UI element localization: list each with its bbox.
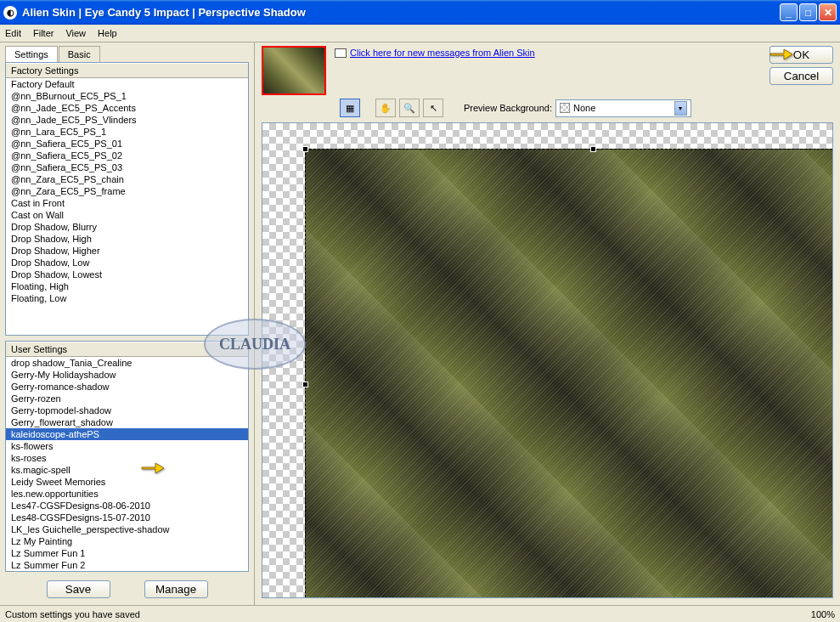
- list-item[interactable]: Lz Summer Fun 2: [6, 559, 248, 571]
- list-item[interactable]: les.new.opportunities: [6, 488, 248, 500]
- chevron-down-icon: ▾: [674, 101, 687, 116]
- list-item[interactable]: Gerry-topmodel-shadow: [6, 404, 248, 416]
- zoom-level: 100%: [811, 609, 835, 619]
- minimize-button[interactable]: _: [780, 3, 798, 21]
- button-row: Save Manage: [5, 577, 249, 602]
- list-item[interactable]: Gerry-rozen: [6, 393, 248, 404]
- preview-toolbar: ▦ ✋ 🔍 ↖ Preview Background: None ▾: [255, 99, 840, 122]
- list-item[interactable]: Gerry-romance-shadow: [6, 381, 248, 393]
- preview-image: [305, 149, 833, 598]
- list-item[interactable]: @nn_Safiera_EC5_PS_02: [6, 150, 248, 161]
- list-item[interactable]: @nn_Jade_EC5_PS_Vlinders: [6, 114, 248, 126]
- preview-thumbnail[interactable]: [262, 46, 326, 95]
- resize-handle[interactable]: [302, 146, 308, 152]
- tab-basic[interactable]: Basic: [59, 46, 100, 62]
- menu-help[interactable]: Help: [98, 28, 117, 38]
- list-item[interactable]: @nn_Zara_EC5_PS_frame: [6, 185, 248, 197]
- right-panel: OK Cancel Click here for new messages fr…: [255, 42, 840, 605]
- left-panel: Settings Basic Factory Settings Factory …: [0, 42, 255, 605]
- list-item[interactable]: Lz Summer Fun 1: [6, 547, 248, 559]
- manage-button[interactable]: Manage: [144, 580, 208, 598]
- list-item[interactable]: @nn_Jade_EC5_PS_Accents: [6, 102, 248, 114]
- preview-bg-combo[interactable]: None ▾: [555, 99, 691, 117]
- list-item[interactable]: Leidy Sweet Memories: [6, 476, 248, 488]
- user-settings-list[interactable]: User Settings drop shadow_Tania_Crealine…: [5, 341, 249, 572]
- list-item[interactable]: LK_les Guichelle_perspective-shadow: [6, 523, 248, 535]
- list-item[interactable]: ks-roses: [6, 452, 248, 464]
- list-item[interactable]: Cast on Wall: [6, 209, 248, 221]
- tool-marquee[interactable]: ▦: [340, 99, 360, 117]
- list-item[interactable]: Floating, Low: [6, 292, 248, 304]
- messages-link[interactable]: Click here for new messages from Alien S…: [335, 46, 535, 58]
- factory-settings-header: Factory Settings: [6, 63, 248, 78]
- list-item[interactable]: @nn_Safiera_EC5_PS_01: [6, 138, 248, 150]
- preview-area[interactable]: [262, 122, 833, 598]
- list-item[interactable]: @nn_Lara_EC5_PS_1: [6, 126, 248, 138]
- tool-zoom[interactable]: 🔍: [399, 99, 420, 117]
- list-item[interactable]: Les47-CGSFDesigns-08-06-2010: [6, 500, 248, 512]
- list-item[interactable]: @nn_Safiera_EC5_PS_03: [6, 161, 248, 173]
- list-item[interactable]: Drop Shadow, Low: [6, 257, 248, 269]
- list-item[interactable]: Lz My Painting: [6, 535, 248, 547]
- window-controls: _ □ ✕: [780, 3, 837, 21]
- menu-edit[interactable]: Edit: [5, 28, 21, 38]
- resize-handle[interactable]: [590, 146, 596, 152]
- list-item[interactable]: Gerry-My Holidayshadow: [6, 369, 248, 381]
- title-bar: ◐ Alien Skin | Eye Candy 5 Impact | Pers…: [0, 0, 840, 25]
- tab-settings[interactable]: Settings: [5, 46, 58, 62]
- list-item[interactable]: @nn_Zara_EC5_PS_chain: [6, 173, 248, 185]
- list-item[interactable]: Drop Shadow, Higher: [6, 245, 248, 257]
- save-button[interactable]: Save: [47, 580, 110, 598]
- list-item[interactable]: Gerry_flowerart_shadow: [6, 416, 248, 428]
- list-item[interactable]: ks.magic-spell: [6, 464, 248, 476]
- menu-bar: Edit Filter View Help: [0, 25, 840, 42]
- list-item[interactable]: @nn_BBurnout_EC5_PS_1: [6, 90, 248, 102]
- messages-link-text: Click here for new messages from Alien S…: [350, 48, 535, 58]
- list-item[interactable]: drop shadow_Tania_Crealine: [6, 357, 248, 369]
- list-item[interactable]: ks-flowers: [6, 440, 248, 452]
- list-item[interactable]: Les48-CGSFDesigns-15-07-2010: [6, 512, 248, 523]
- content-area: Settings Basic Factory Settings Factory …: [0, 42, 840, 605]
- tool-pointer[interactable]: ↖: [423, 99, 443, 117]
- factory-settings-list[interactable]: Factory Settings Factory Default@nn_BBur…: [5, 62, 249, 336]
- cancel-button[interactable]: Cancel: [770, 67, 833, 85]
- list-item[interactable]: kaleidoscope-athePS: [6, 428, 248, 440]
- list-item[interactable]: Factory Default: [6, 78, 248, 90]
- status-bar: Custom settings you have saved 100%: [0, 605, 840, 622]
- list-item[interactable]: Drop Shadow, High: [6, 233, 248, 245]
- mail-icon: [335, 48, 347, 58]
- close-button[interactable]: ✕: [819, 3, 837, 21]
- window-title: Alien Skin | Eye Candy 5 Impact | Perspe…: [22, 6, 780, 19]
- resize-handle[interactable]: [302, 382, 308, 387]
- preview-bg-label: Preview Background:: [464, 103, 552, 113]
- status-text: Custom settings you have saved: [5, 609, 140, 619]
- menu-filter[interactable]: Filter: [33, 28, 54, 38]
- ok-button[interactable]: OK: [770, 46, 833, 64]
- tab-strip: Settings Basic: [5, 46, 249, 62]
- preview-bg-value: None: [573, 103, 595, 113]
- user-settings-header: User Settings: [6, 342, 248, 357]
- list-item[interactable]: Floating, High: [6, 280, 248, 292]
- menu-view[interactable]: View: [65, 28, 86, 38]
- list-item[interactable]: Cast in Front: [6, 197, 248, 209]
- checker-icon: [560, 103, 570, 113]
- ok-cancel-group: OK Cancel: [770, 46, 833, 85]
- list-item[interactable]: Drop Shadow, Lowest: [6, 269, 248, 280]
- maximize-button[interactable]: □: [799, 3, 817, 21]
- app-icon: ◐: [3, 6, 17, 20]
- list-item[interactable]: Drop Shadow, Blurry: [6, 221, 248, 233]
- preview-header: Click here for new messages from Alien S…: [255, 42, 840, 99]
- tool-hand[interactable]: ✋: [375, 99, 396, 117]
